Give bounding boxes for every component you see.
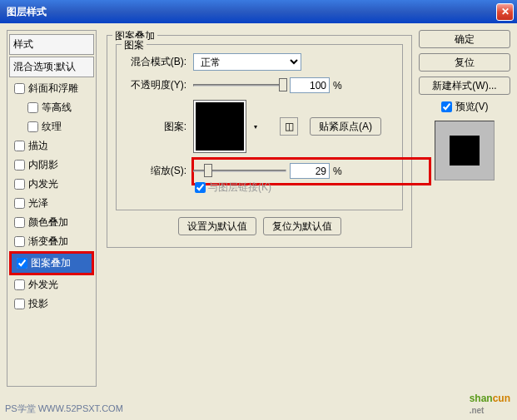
- style-checkbox-6[interactable]: [14, 198, 25, 209]
- pattern-swatch[interactable]: [193, 100, 246, 153]
- reset-button[interactable]: 复位: [419, 53, 510, 72]
- style-item-8[interactable]: 渐变叠加: [9, 232, 94, 251]
- style-item-7[interactable]: 颜色叠加: [9, 213, 94, 232]
- blend-defaults[interactable]: 混合选项:默认: [9, 57, 94, 77]
- style-label-8: 渐变叠加: [28, 235, 68, 249]
- style-label-11: 投影: [28, 297, 48, 311]
- style-label-1: 等高线: [42, 101, 72, 115]
- style-checkbox-9[interactable]: [17, 258, 27, 269]
- style-label-3: 描边: [28, 139, 48, 153]
- opacity-thumb[interactable]: [279, 78, 287, 91]
- style-label-4: 内阴影: [28, 158, 58, 172]
- link-layer-checkbox[interactable]: 与图层链接(K): [195, 180, 271, 195]
- action-panel: 确定 复位 新建样式(W)... 预览(V): [419, 30, 510, 387]
- styles-header[interactable]: 样式: [9, 34, 94, 55]
- options-panel: 图案叠加 图案 混合模式(B): 正常 不透明度(Y): %: [103, 30, 412, 387]
- style-item-0[interactable]: 斜面和浮雕: [9, 79, 94, 98]
- style-item-4[interactable]: 内阴影: [9, 156, 94, 175]
- style-label-6: 光泽: [28, 196, 48, 210]
- style-checkbox-2[interactable]: [27, 121, 38, 132]
- preview-swatch: [450, 136, 480, 166]
- style-item-3[interactable]: 描边: [9, 136, 94, 156]
- ok-button[interactable]: 确定: [419, 30, 510, 48]
- snap-origin-button[interactable]: 贴紧原点(A): [310, 117, 381, 136]
- new-preset-icon: ◫: [285, 121, 294, 132]
- pattern-label: 图案:: [123, 120, 190, 134]
- style-checkbox-1[interactable]: [27, 102, 38, 113]
- style-checkbox-7[interactable]: [14, 217, 25, 228]
- style-checkbox-11[interactable]: [14, 299, 25, 309]
- style-item-6[interactable]: 光泽: [9, 194, 94, 213]
- style-label-5: 内发光: [28, 177, 58, 191]
- scale-slider[interactable]: [193, 170, 286, 172]
- close-icon: ✕: [501, 6, 510, 17]
- style-checkbox-8[interactable]: [14, 236, 25, 247]
- style-item-5[interactable]: 内发光: [9, 175, 94, 194]
- opacity-slider[interactable]: [193, 84, 286, 86]
- style-item-2[interactable]: 纹理: [9, 117, 94, 136]
- style-label-9: 图案叠加: [31, 256, 71, 270]
- window-title: 图层样式: [7, 5, 496, 19]
- style-label-7: 颜色叠加: [28, 215, 68, 230]
- style-item-1[interactable]: 等高线: [9, 98, 94, 117]
- preview-checkbox[interactable]: 预览(V): [419, 100, 510, 114]
- set-default-button[interactable]: 设置为默认值: [178, 217, 256, 235]
- scale-input[interactable]: [290, 163, 330, 179]
- blend-mode-select[interactable]: 正常: [193, 53, 301, 71]
- style-checkbox-10[interactable]: [14, 279, 25, 290]
- reset-default-button[interactable]: 复位为默认值: [263, 217, 341, 235]
- watermark-shancun: shancun .net: [470, 387, 510, 415]
- scale-unit: %: [333, 166, 342, 177]
- inner-title: 图案: [122, 38, 147, 52]
- blend-mode-label: 混合模式(B):: [123, 55, 190, 69]
- pattern-dropdown-icon[interactable]: ▾: [250, 121, 261, 132]
- style-checkbox-3[interactable]: [14, 141, 25, 151]
- style-label-2: 纹理: [42, 120, 62, 134]
- style-label-0: 斜面和浮雕: [28, 82, 78, 96]
- opacity-unit: %: [333, 80, 342, 91]
- scale-label: 缩放(S):: [123, 164, 190, 178]
- style-item-10[interactable]: 外发光: [9, 275, 94, 294]
- style-item-9[interactable]: 图案叠加: [12, 254, 92, 273]
- style-item-11[interactable]: 投影: [9, 294, 94, 314]
- opacity-input[interactable]: [290, 77, 330, 93]
- styles-panel: 样式 混合选项:默认 斜面和浮雕等高线纹理描边内阴影内发光光泽颜色叠加渐变叠加图…: [7, 30, 97, 387]
- style-checkbox-4[interactable]: [14, 160, 25, 170]
- opacity-label: 不透明度(Y):: [123, 78, 190, 92]
- highlight-pattern-overlay: 图案叠加: [9, 251, 94, 275]
- style-checkbox-0[interactable]: [14, 83, 25, 94]
- close-button[interactable]: ✕: [496, 3, 514, 21]
- new-style-button[interactable]: 新建样式(W)...: [419, 77, 510, 95]
- titlebar: 图层样式 ✕: [0, 0, 517, 23]
- scale-thumb[interactable]: [204, 164, 212, 177]
- preview-box: [435, 121, 495, 180]
- watermark-psxt: PS学堂 WWW.52PSXT.COM: [5, 403, 123, 415]
- style-checkbox-5[interactable]: [14, 179, 25, 190]
- style-label-10: 外发光: [28, 278, 58, 292]
- new-preset-button[interactable]: ◫: [280, 117, 298, 136]
